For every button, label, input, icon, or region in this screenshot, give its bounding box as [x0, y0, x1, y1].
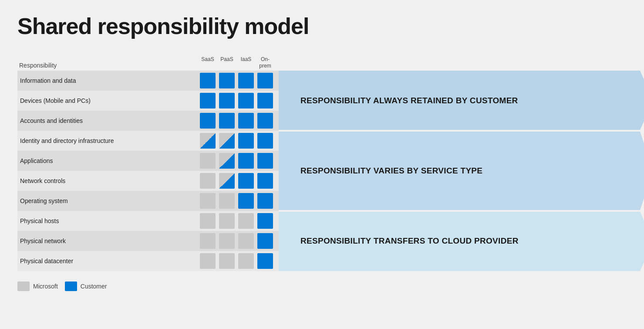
- cell-inner-3-0: [200, 133, 216, 149]
- cell-inner-8-2: [238, 233, 254, 249]
- cell-6-2: [236, 191, 256, 211]
- arrows-section: RESPONSIBILITY ALWAYS RETAINED BY CUSTOM…: [279, 51, 627, 278]
- cell-5-3: [256, 171, 275, 191]
- cell-5-0: [198, 171, 217, 191]
- row-cells-3: [198, 131, 279, 151]
- cell-inner-0-3: [257, 73, 273, 88]
- cell-inner-0-1: [219, 73, 235, 88]
- row-cells-1: [198, 91, 279, 111]
- cell-0-2: [236, 71, 256, 91]
- row-label-2: Accounts and identities: [17, 117, 198, 124]
- row-cells-5: [198, 171, 279, 191]
- cell-inner-9-1: [219, 253, 235, 269]
- row-cells-0: [198, 71, 279, 91]
- cell-9-3: [256, 251, 275, 271]
- cell-inner-6-2: [238, 193, 254, 209]
- arrow-band-2: RESPONSIBILITY TRANSFERS TO CLOUD PROVID…: [279, 211, 627, 271]
- table-row: Physical hosts: [17, 211, 279, 231]
- cell-inner-2-0: [200, 113, 216, 129]
- cell-9-2: [236, 251, 256, 271]
- column-headers: SaaSPaaSIaaSOn-prem: [198, 56, 279, 69]
- cell-inner-4-2: [238, 153, 254, 169]
- row-cells-9: [198, 251, 279, 271]
- table-row: Operating system: [17, 191, 279, 211]
- row-label-0: Information and data: [17, 77, 198, 84]
- cell-6-0: [198, 191, 217, 211]
- arrow-band-0: RESPONSIBILITY ALWAYS RETAINED BY CUSTOM…: [279, 71, 627, 131]
- row-label-1: Devices (Mobile and PCs): [17, 97, 198, 104]
- cell-3-0: [198, 131, 217, 151]
- cell-inner-5-0: [200, 173, 216, 189]
- cell-inner-1-2: [238, 93, 254, 109]
- table-row: Applications: [17, 151, 279, 171]
- legend-color-customer: [65, 282, 77, 291]
- cell-inner-4-1: [219, 153, 235, 169]
- page-title: Shared responsibility model: [17, 13, 627, 39]
- cell-9-0: [198, 251, 217, 271]
- cell-inner-1-0: [200, 93, 216, 109]
- table-row: Network controls: [17, 171, 279, 191]
- cell-3-3: [256, 131, 275, 151]
- cell-7-2: [236, 211, 256, 231]
- cell-inner-8-0: [200, 233, 216, 249]
- cell-inner-0-0: [200, 73, 216, 88]
- legend-label-customer: Customer: [81, 283, 107, 290]
- cell-2-0: [198, 111, 217, 131]
- col-header-iaas: IaaS: [236, 56, 256, 69]
- legend-item-customer: Customer: [65, 282, 107, 291]
- table-header: Responsibility SaaSPaaSIaaSOn-prem: [17, 51, 279, 71]
- row-label-8: Physical network: [17, 237, 198, 244]
- table-body: Information and dataDevices (Mobile and …: [17, 71, 279, 271]
- cell-1-0: [198, 91, 217, 111]
- cell-inner-7-3: [257, 213, 273, 229]
- cell-4-1: [217, 151, 236, 171]
- cell-4-0: [198, 151, 217, 171]
- cell-2-3: [256, 111, 275, 131]
- row-cells-7: [198, 211, 279, 231]
- cell-7-3: [256, 211, 275, 231]
- legend-color-microsoft: [17, 282, 30, 291]
- cell-inner-7-2: [238, 213, 254, 229]
- table-row: Devices (Mobile and PCs): [17, 91, 279, 111]
- cell-inner-4-3: [257, 153, 273, 169]
- diagram-area: Responsibility SaaSPaaSIaaSOn-prem Infor…: [17, 51, 627, 278]
- legend-label-microsoft: Microsoft: [33, 283, 58, 290]
- cell-2-2: [236, 111, 256, 131]
- cell-6-3: [256, 191, 275, 211]
- cell-8-2: [236, 231, 256, 251]
- cell-0-0: [198, 71, 217, 91]
- cell-inner-6-1: [219, 193, 235, 209]
- cell-inner-9-2: [238, 253, 254, 269]
- table-section: Responsibility SaaSPaaSIaaSOn-prem Infor…: [17, 51, 279, 278]
- responsibility-header: Responsibility: [17, 62, 198, 69]
- arrow-text-0: RESPONSIBILITY ALWAYS RETAINED BY CUSTOM…: [279, 96, 544, 105]
- cell-inner-5-1: [219, 173, 235, 189]
- cell-inner-8-1: [219, 233, 235, 249]
- cell-0-3: [256, 71, 275, 91]
- cell-9-1: [217, 251, 236, 271]
- cell-inner-1-3: [257, 93, 273, 109]
- row-cells-2: [198, 111, 279, 131]
- cell-inner-9-0: [200, 253, 216, 269]
- arrow-text-1: RESPONSIBILITY VARIES BY SERVICE TYPE: [279, 166, 509, 176]
- col-header-paas: PaaS: [217, 56, 236, 69]
- cell-5-1: [217, 171, 236, 191]
- cell-inner-7-1: [219, 213, 235, 229]
- cell-inner-6-3: [257, 193, 273, 209]
- cell-inner-3-1: [219, 133, 235, 149]
- cell-inner-3-2: [238, 133, 254, 149]
- cell-1-3: [256, 91, 275, 111]
- row-label-3: Identity and directory infrastructure: [17, 137, 198, 144]
- arrow-text-2: RESPONSIBILITY TRANSFERS TO CLOUD PROVID…: [279, 236, 545, 246]
- row-cells-4: [198, 151, 279, 171]
- cell-4-3: [256, 151, 275, 171]
- row-label-6: Operating system: [17, 197, 198, 204]
- cell-8-1: [217, 231, 236, 251]
- cell-7-1: [217, 211, 236, 231]
- cell-1-1: [217, 91, 236, 111]
- table-row: Identity and directory infrastructure: [17, 131, 279, 151]
- col-header-saas: SaaS: [198, 56, 217, 69]
- row-label-4: Applications: [17, 157, 198, 164]
- cell-inner-0-2: [238, 73, 254, 88]
- row-cells-6: [198, 191, 279, 211]
